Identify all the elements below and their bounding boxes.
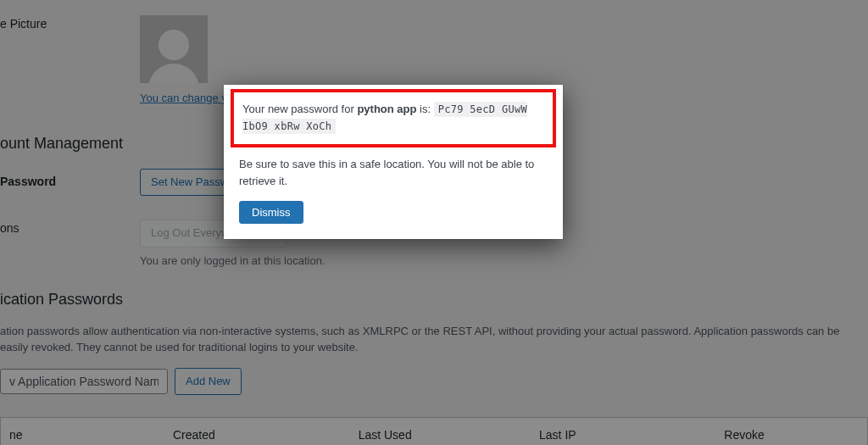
new-app-password-modal: Your new password for python app is: Pc7… bbox=[224, 85, 563, 239]
msg-prefix: Your new password for bbox=[242, 103, 357, 115]
msg-suffix: is: bbox=[416, 103, 433, 115]
dismiss-button[interactable]: Dismiss bbox=[239, 201, 303, 224]
new-password-message: Your new password for python app is: Pc7… bbox=[242, 101, 544, 134]
save-warning-text: Be sure to save this in a safe location.… bbox=[239, 156, 548, 189]
highlight-box: Your new password for python app is: Pc7… bbox=[231, 89, 556, 147]
msg-app-name: python app bbox=[357, 103, 416, 115]
